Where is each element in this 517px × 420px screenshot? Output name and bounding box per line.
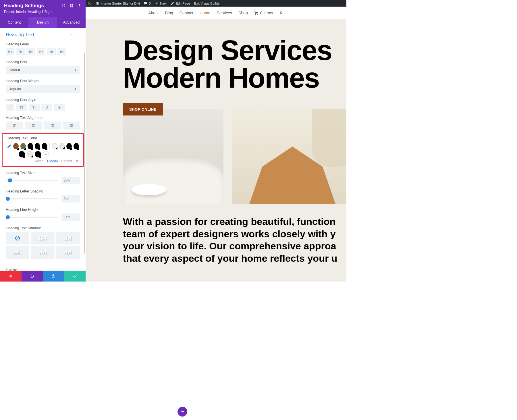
color-tab-recent[interactable]: Recent [61,159,72,163]
nav-services[interactable]: Services [217,11,232,15]
select-heading-font[interactable]: Default [6,66,80,74]
wp-new-label: New [160,2,167,5]
font-style-group: I TT TT U S [0,104,86,113]
chevron-up-icon[interactable] [70,33,74,36]
expand-icon[interactable] [61,4,65,8]
nav-about[interactable]: About [148,11,159,15]
style-strikethrough[interactable]: S [54,104,65,111]
style-italic[interactable]: I [6,104,14,111]
wp-edit-label: Edit Page [176,2,190,5]
style-smallcaps[interactable]: TT [29,104,40,111]
color-swatch[interactable] [74,143,79,149]
select-value: Regular [9,87,21,91]
color-swatch[interactable] [42,143,47,149]
hero-line1: Design Services [123,34,332,66]
site-nav: About Blog Contact Home Services Shop 0 … [86,7,346,19]
scrollbar[interactable] [84,53,85,254]
section-heading-text[interactable]: Heading Text [6,32,34,38]
color-swatch[interactable] [13,143,19,149]
shadow-opt-5[interactable]: aA [56,246,80,259]
heading-level-h4[interactable]: H4 [37,48,45,55]
color-swatch[interactable] [27,151,33,157]
heading-level-h2[interactable]: H2 [16,48,25,55]
search-icon[interactable] [279,11,284,15]
svg-point-4 [78,34,78,35]
color-swatch[interactable] [19,151,25,157]
heading-level-h1[interactable]: H1 [6,48,14,55]
slider-letter-spacing[interactable] [6,198,59,199]
color-swatch[interactable] [66,143,72,149]
slider-text-size[interactable] [6,180,59,181]
label-heading-font-style: Heading Font Style [0,96,86,104]
copy-line: that every aspect of your home reflects … [123,252,346,265]
color-swatch[interactable] [20,143,26,149]
shadow-opt-3[interactable]: aA [6,246,29,259]
undo-button[interactable] [22,271,43,282]
add-color-swatch[interactable]: + [43,151,49,157]
hero-image-right [232,109,346,204]
grid-icon[interactable] [70,4,74,8]
align-center[interactable] [25,122,42,130]
shadow-none[interactable] [6,232,29,244]
align-justify[interactable] [63,122,80,130]
nav-shop[interactable]: Shop [238,11,248,15]
label-heading-font-weight: Heading Font Weight [0,77,86,85]
kebab-icon[interactable] [76,33,80,36]
color-swatch[interactable] [35,143,40,149]
kebab-icon[interactable] [78,4,82,8]
svg-point-0 [79,4,80,5]
eyedropper-icon[interactable] [7,144,11,149]
color-swatch[interactable] [59,143,65,149]
value-text-size[interactable]: 8vw [61,177,80,184]
nav-blog[interactable]: Blog [165,11,173,15]
slider-line-height[interactable] [6,217,59,218]
preset-row[interactable]: Preset: Interior Heading 1 Big [4,10,82,16]
nav-cart[interactable]: 0 items [254,11,273,15]
section-label: Sizing [6,267,18,271]
nav-home[interactable]: Home [200,11,210,15]
color-tab-saved[interactable]: Saved [34,159,44,163]
heading-level-h3[interactable]: H3 [26,48,35,55]
tab-advanced[interactable]: Advanced [57,17,86,28]
wp-site-name[interactable]: Interior Starter Site for Divi [96,1,140,5]
panel-title: Heading Settings [4,3,44,9]
shadow-opt-1[interactable]: aA [31,232,55,244]
tab-design[interactable]: Design [28,17,57,28]
align-left[interactable] [6,122,23,130]
color-swatch[interactable] [52,143,57,149]
wp-new[interactable]: New [155,1,167,5]
tab-content[interactable]: Content [0,17,28,28]
heading-level-h5[interactable]: H5 [47,48,56,55]
shop-online-button[interactable]: SHOP ONLINE [123,103,163,115]
wp-exit-builder[interactable]: Exit Visual Builder [194,2,221,5]
select-arrows-icon [74,69,77,72]
style-underline[interactable]: U [41,104,52,111]
shadow-opt-4[interactable]: aA [31,246,55,259]
style-uppercase[interactable]: TT [16,104,27,111]
value-line-height[interactable]: 1em [61,213,80,221]
shadow-opt-2[interactable]: aA [56,232,80,244]
redo-button[interactable] [43,271,64,282]
copy-line: your vision to life. Our comprehensive a… [123,240,346,252]
align-right[interactable] [44,122,61,130]
gear-icon[interactable] [76,159,79,163]
color-tab-global[interactable]: Global [47,159,58,163]
select-heading-font-weight[interactable]: Regular [6,85,80,93]
section-sizing[interactable]: Sizing [0,263,86,271]
save-button[interactable] [64,271,86,282]
text-shadow-grid: aA aA aA aA aA [0,232,86,263]
cancel-button[interactable] [0,271,22,282]
panel-body[interactable]: Heading Text Heading Level H1 H2 H3 H4 H… [0,28,86,271]
nav-contact[interactable]: Contact [180,11,193,15]
wp-logo[interactable] [88,1,92,5]
color-swatch[interactable] [28,143,33,149]
panel-header: Heading Settings Preset: Interior Headin… [0,0,86,17]
wp-comments-count: 0 [149,2,151,5]
value-letter-spacing[interactable]: 0px [61,195,80,203]
align-group [0,122,86,132]
heading-level-h6[interactable]: H6 [57,48,66,55]
wp-comments[interactable]: 0 [144,1,151,5]
wp-edit-page[interactable]: Edit Page [171,1,190,5]
color-swatch[interactable] [35,151,41,157]
svg-point-3 [78,34,78,34]
